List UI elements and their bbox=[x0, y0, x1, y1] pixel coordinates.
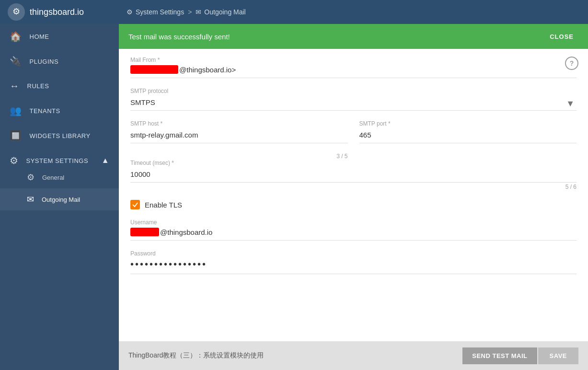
sidebar-item-outgoing-mail[interactable]: ✉ Outgoing Mail bbox=[0, 188, 119, 210]
header: ⚙ thingsboard.io ⚙ System Settings > ✉ O… bbox=[0, 0, 588, 24]
send-test-mail-button[interactable]: SEND TEST MAIL bbox=[462, 347, 537, 364]
main-layout: 🏠 HOME 🔌 PLUGINS ↔ RULES 👥 TENANTS 🔲 WID… bbox=[0, 24, 588, 370]
enable-tls-checkbox[interactable] bbox=[130, 200, 140, 209]
sidebar-item-plugins[interactable]: 🔌 PLUGINS bbox=[0, 49, 119, 74]
footer-actions: SEND TEST MAIL SAVE bbox=[462, 347, 578, 364]
enable-tls-label: Enable TLS bbox=[145, 201, 182, 209]
timeout-label: Timeout (msec) * bbox=[130, 160, 576, 166]
content: Test mail was successfully sent! CLOSE ?… bbox=[119, 24, 588, 370]
save-button[interactable]: SAVE bbox=[538, 347, 578, 364]
app-name: thingsboard.io bbox=[30, 7, 84, 17]
system-settings-icon: ⚙ bbox=[10, 155, 19, 166]
footer-tutorial-text: ThingBoard教程（三）：系统设置模块的使用 bbox=[128, 351, 462, 360]
sidebar-item-rules[interactable]: ↔ RULES bbox=[0, 74, 119, 98]
mail-from-suffix: @thingsboard.io> bbox=[179, 66, 236, 74]
smtp-protocol-label: SMTP protocol bbox=[130, 88, 576, 94]
breadcrumb-current: ✉ Outgoing Mail bbox=[196, 8, 245, 16]
smtp-protocol-select[interactable]: SMTPS SMTP SMTP with TLS bbox=[130, 96, 576, 111]
timeout-input[interactable] bbox=[130, 168, 576, 183]
smtp-protocol-select-wrapper: SMTPS SMTP SMTP with TLS ▼ bbox=[130, 96, 576, 111]
username-redacted bbox=[130, 228, 159, 236]
enable-tls-row: Enable TLS bbox=[130, 200, 576, 209]
smtp-port-input[interactable] bbox=[359, 129, 577, 143]
breadcrumb: ⚙ System Settings > ✉ Outgoing Mail bbox=[127, 8, 246, 16]
smtp-host-input[interactable] bbox=[130, 129, 348, 143]
timeout-group: Timeout (msec) * 5 / 6 bbox=[130, 160, 576, 190]
home-icon: 🏠 bbox=[10, 31, 22, 42]
logo-area: ⚙ thingsboard.io bbox=[8, 3, 127, 21]
mail-from-label: Mail From * bbox=[130, 57, 576, 63]
breadcrumb-settings: ⚙ System Settings bbox=[127, 8, 184, 16]
username-suffix: @thingsboard.io bbox=[160, 228, 212, 236]
chevron-up-icon: ▲ bbox=[102, 156, 109, 165]
help-icon[interactable]: ? bbox=[565, 57, 578, 70]
plugins-icon: 🔌 bbox=[10, 56, 22, 67]
success-banner: Test mail was successfully sent! CLOSE bbox=[119, 24, 588, 49]
footer: ThingBoard教程（三）：系统设置模块的使用 SEND TEST MAIL… bbox=[119, 341, 588, 370]
tenants-icon: 👥 bbox=[10, 105, 22, 116]
close-button[interactable]: CLOSE bbox=[545, 30, 578, 43]
smtp-host-char-count: 3 / 5 bbox=[130, 153, 348, 160]
smtp-host-port-row: SMTP host * 3 / 5 SMTP port * bbox=[130, 120, 576, 160]
breadcrumb-separator: > bbox=[188, 8, 192, 16]
form-area: ? Mail From * @thingsboard.io> SMTP prot… bbox=[119, 49, 588, 341]
sidebar-item-home[interactable]: 🏠 HOME bbox=[0, 24, 119, 49]
smtp-port-col: SMTP port * bbox=[359, 120, 577, 160]
mail-from-redacted bbox=[130, 65, 178, 74]
checkmark-icon bbox=[132, 201, 138, 208]
password-dots: •••••••••••••••• bbox=[130, 259, 207, 269]
outgoing-mail-icon: ✉ bbox=[27, 194, 34, 205]
smtp-host-col: SMTP host * 3 / 5 bbox=[130, 120, 348, 160]
sidebar: 🏠 HOME 🔌 PLUGINS ↔ RULES 👥 TENANTS 🔲 WID… bbox=[0, 24, 119, 370]
username-group: Username @thingsboard.io bbox=[130, 219, 576, 241]
smtp-host-group: SMTP host * bbox=[130, 120, 348, 143]
password-label: Password bbox=[130, 250, 576, 257]
sidebar-item-tenants[interactable]: 👥 TENANTS bbox=[0, 98, 119, 123]
sidebar-item-widgets[interactable]: 🔲 WIDGETS LIBRARY bbox=[0, 123, 119, 148]
smtp-host-label: SMTP host * bbox=[130, 120, 348, 127]
smtp-protocol-group: SMTP protocol SMTPS SMTP SMTP with TLS ▼ bbox=[130, 88, 576, 111]
username-label: Username bbox=[130, 219, 576, 226]
rules-icon: ↔ bbox=[10, 81, 20, 92]
logo-icon: ⚙ bbox=[8, 3, 25, 21]
widgets-icon: 🔲 bbox=[10, 130, 22, 141]
svg-text:⚙: ⚙ bbox=[12, 7, 20, 16]
smtp-port-group: SMTP port * bbox=[359, 120, 577, 143]
success-message: Test mail was successfully sent! bbox=[128, 33, 545, 41]
sidebar-item-system-settings[interactable]: ⚙ SYSTEM SETTINGS ▲ bbox=[0, 148, 119, 166]
mail-from-group: Mail From * @thingsboard.io> bbox=[130, 57, 576, 78]
system-settings-subnav: ⚙ General ✉ Outgoing Mail bbox=[0, 166, 119, 210]
mail-icon: ✉ bbox=[196, 8, 201, 16]
timeout-char-count: 5 / 6 bbox=[130, 184, 576, 190]
sidebar-item-general[interactable]: ⚙ General bbox=[0, 166, 119, 188]
settings-icon: ⚙ bbox=[127, 8, 133, 16]
smtp-port-label: SMTP port * bbox=[359, 120, 577, 127]
password-group: Password •••••••••••••••• bbox=[130, 250, 576, 274]
general-icon: ⚙ bbox=[27, 172, 35, 183]
